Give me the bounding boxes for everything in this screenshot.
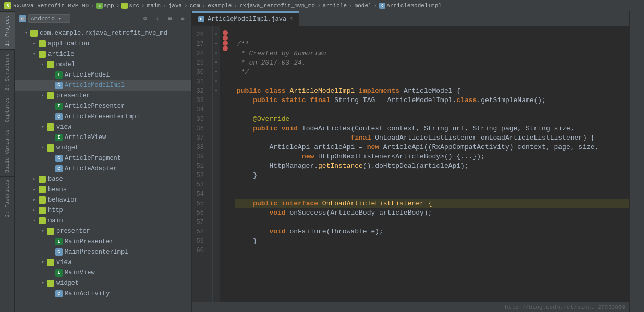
fold-arrow[interactable]: ▾ [213, 58, 220, 68]
tree-item-base[interactable]: ▸base [15, 174, 191, 184]
tree-item-ArticlePresenterImpl[interactable]: CArticlePresenterImpl [15, 111, 191, 122]
tree-item-behavior[interactable]: ▸behavior [15, 195, 191, 205]
tree-expand-arrow[interactable]: ▾ [40, 124, 46, 130]
tree-expand-arrow[interactable] [48, 82, 54, 89]
tree-expand-arrow[interactable]: ▾ [40, 280, 46, 286]
fold-arrow[interactable]: ▾ [213, 30, 220, 40]
tree-expand-arrow[interactable] [48, 249, 54, 255]
tree-expand-arrow[interactable]: ▸ [31, 207, 38, 214]
tree-item-ArticleModelImpl[interactable]: CArticleModelImpl [15, 80, 191, 91]
sidebar-item-build-variants[interactable]: Build Variants [0, 126, 15, 176]
tree-expand-arrow[interactable]: ▾ [40, 61, 46, 68]
code-segment: class [265, 86, 290, 96]
tree-expand-arrow[interactable] [48, 114, 54, 120]
sidebar-item-favorites[interactable]: 2: Favorites [0, 176, 15, 220]
tree-expand-arrow[interactable]: ▾ [31, 218, 38, 224]
tree-expand-arrow[interactable] [48, 166, 54, 172]
code-segment: final [310, 96, 334, 105]
tree-item-widget[interactable]: ▾widget [15, 143, 191, 153]
tree-item-main_presenter[interactable]: ▾presenter [15, 226, 191, 236]
code-segment: ArticleApi((RxAppCompatActivity) context… [383, 143, 599, 152]
tree-expand-arrow[interactable] [48, 291, 54, 297]
tree-item-ArticleAdapter[interactable]: CArticleAdapter [15, 164, 191, 174]
tree-expand-arrow[interactable]: ▸ [31, 176, 38, 182]
android-icon: 🤖 [19, 15, 26, 22]
toolbar-sync-icon[interactable]: ↓ [153, 14, 162, 23]
fold-arrow[interactable]: ▾ [213, 49, 220, 58]
code-line: void onSuccess(ArticleBody articleBody); [235, 208, 629, 218]
tree-item-ArticleFragment[interactable]: CArticleFragment [15, 153, 191, 164]
tree-label: MainView [65, 269, 95, 277]
code-segment: ); [477, 152, 485, 161]
tree-expand-arrow[interactable] [48, 103, 54, 109]
tree-item-ArticleView[interactable]: IArticleView [15, 132, 191, 143]
line-number: 35 [192, 115, 208, 124]
tree-file-icon-folder [39, 217, 46, 224]
toolbar-icons: ⚙ ↓ ⊞ ≡ [140, 14, 187, 23]
code-line: ArticleApi articleApi = new ArticleApi((… [235, 143, 629, 152]
fold-arrow[interactable]: ▾ [213, 86, 220, 96]
tab-close-button[interactable]: × [289, 16, 293, 22]
right-side-panels [629, 11, 644, 312]
line-number: 39 [192, 152, 208, 161]
sidebar-item-captures[interactable]: Captures [0, 94, 15, 126]
tree-item-article[interactable]: ▾article [15, 49, 191, 59]
tree-file-icon-folder [47, 144, 54, 152]
tree-file-icon-folder [39, 176, 46, 183]
code-segment: OnLoadArticleListListener { [322, 199, 432, 208]
tree-item-MainPresenter[interactable]: IMainPresenter [15, 236, 191, 247]
tree-item-http[interactable]: ▸http [15, 205, 191, 216]
tree-item-main[interactable]: ▾main [15, 216, 191, 226]
tree-expand-arrow[interactable]: ▸ [31, 186, 38, 193]
tree-item-MainPresenterImpl[interactable]: CMainPresenterImpl [15, 247, 191, 257]
tree-item-ArticleModel[interactable]: IArticleModel [15, 70, 191, 80]
android-dropdown[interactable]: Android ▾ [28, 14, 70, 23]
tree-item-main_widget[interactable]: ▾widget [15, 278, 191, 289]
code-segment: /** [237, 40, 249, 49]
tree-item-view[interactable]: ▾view [15, 122, 191, 132]
fold-arrow[interactable]: ▾ [213, 68, 220, 77]
tree-expand-arrow[interactable] [48, 134, 54, 141]
tree-item-model[interactable]: ▾model [15, 59, 191, 70]
tree-item-MainView[interactable]: IMainView [15, 268, 191, 278]
tree-item-presenter[interactable]: ▾presenter [15, 91, 191, 101]
toolbar-gear-icon[interactable]: ≡ [178, 14, 187, 23]
tree-item-ArticlePresenter[interactable]: IArticlePresenter [15, 101, 191, 111]
fold-arrow[interactable]: ▾ [213, 40, 220, 49]
toolbar-settings-icon[interactable]: ⚙ [140, 14, 150, 23]
fold-arrow[interactable]: ▾ [213, 77, 220, 86]
tree-expand-arrow[interactable]: ▾ [40, 259, 46, 266]
tree-file-icon-folder [39, 51, 46, 58]
file-tree[interactable]: ▾com.example.rxjava_retrofit_mvp_md▸appl… [15, 26, 191, 312]
tree-expand-arrow[interactable]: ▾ [31, 51, 38, 57]
tree-expand-arrow[interactable] [48, 270, 54, 276]
toolbar-expand-icon[interactable]: ⊞ [165, 14, 175, 23]
tree-label: ArticleModel [65, 71, 110, 79]
gutter-marker [220, 46, 230, 51]
code-content[interactable]: /** * Created by KomoriWu * on 2017-03-2… [230, 26, 629, 302]
breadcrumb-project-icon: R RxJava-Retrofit-MVP-MD [4, 2, 89, 9]
tree-expand-arrow[interactable] [48, 155, 54, 161]
tab-article-model-impl[interactable]: C ArticleModelImpl.java × [192, 11, 299, 26]
tree-item-beans[interactable]: ▸beans [15, 184, 191, 195]
tree-expand-arrow[interactable]: ▾ [40, 93, 46, 99]
tree-item-MainActivity[interactable]: CMainActivity [15, 289, 191, 299]
tree-expand-arrow[interactable]: ▸ [31, 41, 38, 47]
code-segment: void [237, 227, 289, 236]
code-segment: String [334, 96, 363, 105]
tree-expand-arrow[interactable] [48, 72, 54, 78]
sidebar-item-structure[interactable]: 2: Structure [0, 49, 15, 94]
tree-expand-arrow[interactable]: ▾ [23, 30, 29, 36]
line-number: 59 [192, 236, 208, 246]
tree-expand-arrow[interactable]: ▾ [40, 228, 46, 234]
tree-label: com.example.rxjava_retrofit_mvp_md [40, 30, 167, 37]
tree-item-main_view[interactable]: ▾view [15, 257, 191, 268]
tree-item-application[interactable]: ▸application [15, 39, 191, 49]
code-segment: ArticleApi articleApi = [237, 143, 367, 152]
tree-expand-arrow[interactable] [48, 239, 54, 245]
tree-expand-arrow[interactable]: ▸ [31, 197, 38, 203]
tree-expand-arrow[interactable]: ▾ [40, 145, 46, 151]
tree-file-icon-folder [47, 123, 54, 131]
tree-item-com_example[interactable]: ▾com.example.rxjava_retrofit_mvp_md [15, 28, 191, 39]
sidebar-item-project[interactable]: 1: Project [0, 11, 15, 49]
